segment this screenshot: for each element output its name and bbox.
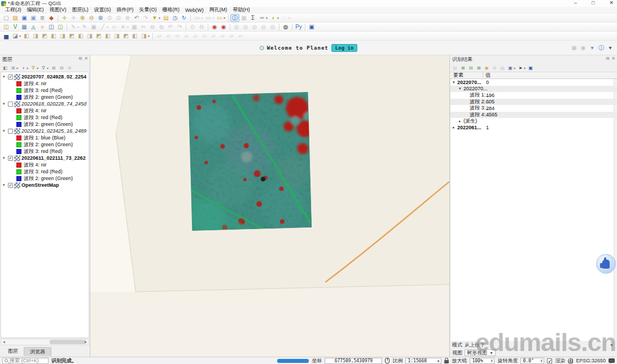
raster-tool-12[interactable]: ◩	[121, 32, 130, 40]
zoom-in[interactable]: ⊕	[78, 14, 87, 22]
layer-row[interactable]: ▾20220618_020228_74_245d	[1, 100, 89, 107]
raster-tool-7[interactable]: ◧	[76, 32, 85, 40]
band-row[interactable]: 波段 2: green (Green)	[1, 121, 89, 128]
raster-tool-8[interactable]: ◨	[85, 32, 94, 40]
map-canvas[interactable]	[90, 55, 449, 357]
magnifier-input[interactable]: 100% ▲▼	[470, 358, 495, 364]
raster-calculator[interactable]: ◪▾	[11, 32, 22, 40]
render-checkbox[interactable]: ✓	[547, 358, 552, 363]
view-select[interactable]: 树形视图 ▼	[465, 349, 496, 356]
mouse-position-icon[interactable]	[385, 358, 390, 363]
identify-row[interactable]: ▸(派生)	[450, 118, 617, 125]
new-print-layout[interactable]: ≣	[38, 14, 47, 22]
raster-tool-10[interactable]: ◧	[103, 32, 112, 40]
show-bookmarks[interactable]: ▤	[161, 14, 170, 22]
manage-map-themes[interactable]: ◑▾	[19, 64, 29, 71]
add-group[interactable]: ⊞▾	[9, 64, 19, 71]
undock-panel-icon[interactable]: ⧉	[606, 56, 610, 62]
expand-all[interactable]: ⊞	[50, 64, 58, 71]
identify-row[interactable]: ▸2022061...1	[450, 125, 617, 131]
minimize-button[interactable]: –	[574, 0, 577, 6]
band-row[interactable]: 波段 4: nir	[1, 107, 89, 114]
add-postgis-layer[interactable]: ◫	[47, 23, 56, 31]
open-project[interactable]: ▨	[11, 14, 20, 22]
statistical-summary[interactable]: Σ	[248, 14, 257, 22]
expander-icon[interactable]: ▾	[3, 156, 7, 160]
tab-browser[interactable]: 浏览器	[24, 347, 51, 356]
coordinate-input[interactable]: 677589,5430979	[325, 358, 382, 364]
new-bookmark[interactable]: ▼▾	[150, 14, 161, 22]
menu-item-编辑[interactable]: 编辑(E)	[24, 6, 47, 14]
crs-globe-icon[interactable]	[568, 358, 573, 363]
layer-checkbox[interactable]: ✓	[8, 183, 13, 188]
layer-checkbox[interactable]: ✓	[8, 74, 13, 80]
layer-row[interactable]: ▾✓20220707_024928_02_2254	[1, 73, 89, 80]
identify-mode[interactable]: ➤▾	[517, 64, 527, 71]
expander-icon[interactable]: ▸	[453, 125, 457, 130]
filter-legend[interactable]: ∇▾	[29, 64, 40, 71]
expander-icon[interactable]: ▾	[3, 74, 7, 79]
identify-row[interactable]: ▾2022070...0	[450, 79, 617, 86]
band-row[interactable]: 波段 2: green (Green)	[1, 94, 89, 100]
clear-results[interactable]: ◉	[483, 64, 491, 71]
layer-row[interactable]: ▾✓OpenStreetMap	[1, 182, 89, 188]
layer-checkbox[interactable]: ✓	[8, 156, 13, 161]
menu-item-设置[interactable]: 设置(S)	[91, 6, 114, 14]
tab-layers[interactable]: 图层	[3, 347, 23, 356]
expander-icon[interactable]: ▸	[459, 119, 463, 124]
layer-checkbox[interactable]	[8, 102, 13, 107]
band-row[interactable]: 波段 4: nir	[1, 161, 89, 168]
raster-histogram[interactable]: ▅	[2, 32, 11, 40]
band-row[interactable]: 波段 3: red (Red)	[1, 114, 89, 121]
zoom-out[interactable]: ⊖	[87, 14, 96, 22]
filter-by-expression[interactable]: ∇▾	[40, 64, 50, 71]
collapse-all[interactable]: ⊟	[58, 64, 65, 71]
collapse-tree[interactable]: ⊟	[467, 64, 475, 71]
scrollbar-thumb[interactable]	[50, 340, 86, 344]
layers-horizontal-scrollbar[interactable]: ◂ ▸	[1, 339, 89, 345]
raster-tool-13[interactable]: ◧	[130, 32, 139, 40]
band-row[interactable]: 波段 1: blue (Blue)	[1, 134, 89, 141]
expand-new-results[interactable]: ⊞	[475, 64, 483, 71]
refresh-map[interactable]: ↻	[180, 14, 189, 22]
add-vector-layer[interactable]: V	[11, 23, 20, 31]
menu-item-工程[interactable]: 工程(J)	[2, 6, 24, 14]
rotation-input[interactable]: 0.0° ▲▼	[520, 358, 544, 364]
band-row[interactable]: 波段 3: red (Red)	[1, 168, 89, 175]
expand-tree[interactable]: ⊞	[459, 64, 467, 71]
open-layer-styling[interactable]: ◧	[1, 64, 9, 71]
layer-diagram[interactable]: ◉	[219, 23, 228, 31]
save-results[interactable]: ▣▾	[506, 64, 517, 71]
add-delimited-text-layer[interactable]: ⌗	[38, 23, 47, 31]
band-row[interactable]: 波段 3: red (Red)	[1, 87, 89, 94]
add-raster-layer[interactable]: ▦	[20, 23, 29, 31]
menu-item-栅格[interactable]: 栅格(R)	[160, 6, 183, 14]
scale-combobox[interactable]: 1:15668 ▼	[405, 358, 441, 364]
lock-scale-icon[interactable]	[444, 360, 449, 363]
zoom-full[interactable]: ⊛	[96, 14, 105, 22]
measure[interactable]: ═▾	[257, 14, 269, 22]
layer-labeling[interactable]: ◉	[210, 23, 219, 31]
gee-data-catalog[interactable]: ◍	[281, 23, 290, 31]
raster-tool-5[interactable]: ◨	[58, 32, 67, 40]
menu-item-Web[interactable]: Web(W)	[182, 7, 207, 13]
raster-tool-6[interactable]: ◩	[67, 32, 76, 40]
python-console[interactable]: Py	[294, 23, 303, 31]
expander-icon[interactable]: ▾	[3, 183, 7, 187]
planet-options[interactable]: ▾	[588, 44, 597, 52]
menu-item-图层[interactable]: 图层(L)	[69, 6, 91, 14]
close-panel-icon[interactable]: ✕	[84, 56, 88, 62]
scroll-right-icon[interactable]: ▸	[83, 340, 89, 344]
expander-icon[interactable]: ▾	[459, 86, 463, 91]
menu-item-网孔[interactable]: 网孔(M)	[207, 6, 230, 14]
raster-tool-4[interactable]: ◧	[49, 32, 58, 40]
pan-map[interactable]: ✛	[60, 14, 69, 22]
open-datasource-manager[interactable]: ◫	[2, 23, 11, 31]
planet-info[interactable]: ⓘ	[597, 44, 606, 52]
menu-item-插件[interactable]: 插件(P)	[114, 6, 137, 14]
planet-login-button[interactable]: Log in	[331, 44, 358, 52]
band-row[interactable]: 波段 4: nir	[1, 80, 89, 87]
identify-features[interactable]: ⓘ	[230, 14, 239, 22]
close-button[interactable]: ✕	[609, 0, 614, 6]
identify-help[interactable]: ▣	[527, 64, 535, 71]
